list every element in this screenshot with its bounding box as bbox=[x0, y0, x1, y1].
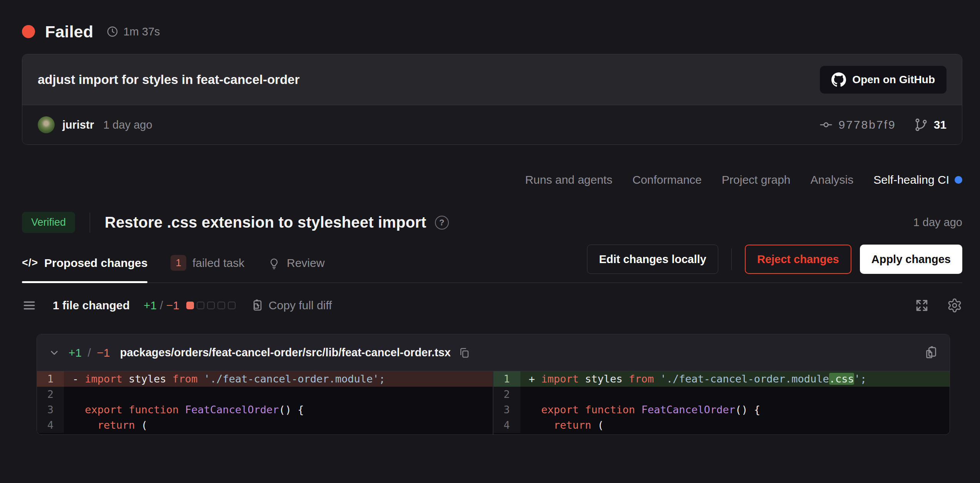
code-line bbox=[64, 387, 493, 402]
tabs: </> Proposed changes 1 failed task Revie… bbox=[22, 255, 324, 282]
notification-dot-icon bbox=[955, 176, 962, 184]
reject-changes-button[interactable]: Reject changes bbox=[745, 245, 851, 274]
failed-task-count-badge: 1 bbox=[171, 255, 186, 271]
diff-row: 2 bbox=[493, 387, 950, 402]
nav-item-self-healing-ci[interactable]: Self-healing CI bbox=[873, 173, 962, 186]
copy-full-diff-button[interactable]: Copy full diff bbox=[249, 299, 332, 312]
code-line: return ( bbox=[520, 418, 950, 433]
diff-split-view: 1- import styles from './feat-cancel-ord… bbox=[37, 371, 950, 434]
file-diff-card: +1 / −1 packages/orders/feat-cancel-orde… bbox=[37, 334, 950, 435]
line-number: 1 bbox=[493, 371, 520, 387]
commit-card-footer: juristr 1 day ago 9778b7f9 31 bbox=[22, 105, 962, 144]
section-nav: Runs and agentsConformanceProject graphA… bbox=[22, 173, 962, 186]
author-name: juristr bbox=[62, 119, 94, 131]
line-number: 2 bbox=[37, 387, 64, 402]
copy-file-diff-button[interactable] bbox=[923, 345, 938, 360]
fix-header: Verified Restore .css extension to style… bbox=[22, 212, 962, 233]
diff-block-empty bbox=[207, 302, 215, 309]
copy-icon bbox=[458, 347, 470, 359]
nav-item-conformance[interactable]: Conformance bbox=[632, 173, 702, 186]
diff-toolbar: 1 file changed +1 / −1 Copy full diff bbox=[22, 298, 962, 313]
open-on-github-label: Open on GitHub bbox=[852, 74, 935, 86]
tab-proposed-changes[interactable]: </> Proposed changes bbox=[22, 255, 147, 282]
code-line bbox=[520, 387, 950, 402]
fix-time-ago: 1 day ago bbox=[913, 216, 962, 229]
file-diff-header: +1 / −1 packages/orders/feat-cancel-orde… bbox=[37, 334, 950, 371]
file-tree-toggle-button[interactable] bbox=[22, 298, 37, 313]
nav-item-project-graph[interactable]: Project graph bbox=[722, 173, 790, 186]
additions-count: +1 bbox=[144, 299, 157, 312]
nav-item-runs-and-agents[interactable]: Runs and agents bbox=[525, 173, 612, 186]
diff-row: 3 export function FeatCancelOrder() { bbox=[493, 402, 950, 418]
tab-failed-task-label: failed task bbox=[192, 257, 244, 270]
help-icon[interactable]: ? bbox=[435, 216, 449, 230]
diff-block-empty bbox=[228, 302, 236, 309]
file-additions: +1 bbox=[69, 346, 82, 359]
lightbulb-icon bbox=[268, 257, 281, 270]
github-icon bbox=[831, 72, 846, 87]
chevron-down-icon bbox=[48, 347, 60, 359]
diff-block-empty bbox=[217, 302, 225, 309]
diff-block-indicators bbox=[186, 302, 236, 309]
diff-row: 2 bbox=[37, 387, 493, 402]
git-branch-icon bbox=[914, 117, 928, 132]
edit-changes-locally-button[interactable]: Edit changes locally bbox=[587, 245, 718, 274]
collapse-file-button[interactable] bbox=[48, 347, 60, 359]
copy-full-diff-label: Copy full diff bbox=[269, 299, 332, 312]
divider bbox=[731, 248, 732, 270]
code-line: return ( bbox=[64, 418, 493, 433]
run-status-row: Failed 1m 37s bbox=[22, 20, 962, 43]
pr-count: 31 bbox=[934, 118, 947, 131]
diff-pane-after: 1+ import styles from './feat-cancel-ord… bbox=[493, 371, 950, 434]
commit-time-ago: 1 day ago bbox=[103, 119, 152, 131]
copy-file-path-button[interactable] bbox=[458, 347, 470, 359]
files-changed-label: 1 file changed bbox=[53, 299, 130, 312]
expand-icon bbox=[915, 298, 929, 313]
commit-card: adjust import for styles in feat-cancel-… bbox=[22, 54, 962, 145]
diff-row: 1+ import styles from './feat-cancel-ord… bbox=[493, 371, 950, 387]
run-status-label: Failed bbox=[45, 22, 93, 41]
tab-proposed-changes-label: Proposed changes bbox=[44, 257, 147, 270]
line-number: 3 bbox=[493, 402, 520, 418]
divider bbox=[90, 213, 90, 233]
code-line: export function FeatCancelOrder() { bbox=[520, 402, 950, 418]
commit-title: adjust import for styles in feat-cancel-… bbox=[38, 72, 299, 87]
commit-card-header: adjust import for styles in feat-cancel-… bbox=[22, 54, 962, 105]
page: Failed 1m 37s adjust import for styles i… bbox=[0, 20, 980, 435]
line-number: 2 bbox=[493, 387, 520, 402]
code-line: + import styles from './feat-cancel-orde… bbox=[520, 371, 950, 387]
tab-review-label: Review bbox=[287, 257, 324, 270]
failed-status-dot-icon bbox=[22, 25, 35, 38]
pr-count-item[interactable]: 31 bbox=[914, 117, 947, 132]
file-diff-stats: +1 / −1 bbox=[69, 346, 110, 359]
file-deletions: −1 bbox=[97, 346, 110, 359]
gear-icon bbox=[947, 298, 962, 313]
fix-actions: Edit changes locally Reject changes Appl… bbox=[587, 245, 962, 282]
line-number: 3 bbox=[37, 402, 64, 418]
nav-item-analysis[interactable]: Analysis bbox=[811, 173, 854, 186]
diff-pane-before: 1- import styles from './feat-cancel-ord… bbox=[37, 371, 493, 434]
tabs-row: </> Proposed changes 1 failed task Revie… bbox=[22, 245, 962, 283]
clock-icon bbox=[106, 25, 119, 38]
file-stat-separator: / bbox=[88, 346, 91, 359]
apply-changes-button[interactable]: Apply changes bbox=[860, 245, 962, 274]
code-line: export function FeatCancelOrder() { bbox=[64, 402, 493, 418]
diff-row: 3 export function FeatCancelOrder() { bbox=[37, 402, 493, 418]
tab-review[interactable]: Review bbox=[268, 255, 324, 282]
commit-icon bbox=[819, 118, 833, 132]
diff-settings-button[interactable] bbox=[947, 298, 962, 313]
stat-separator: / bbox=[160, 299, 163, 312]
diff-block-deletion bbox=[186, 302, 194, 309]
commit-sha-item[interactable]: 9778b7f9 bbox=[819, 118, 896, 132]
commit-sha: 9778b7f9 bbox=[838, 118, 896, 131]
diff-row: 4 return ( bbox=[493, 418, 950, 433]
hamburger-icon bbox=[22, 298, 37, 313]
clipboard-icon bbox=[249, 299, 263, 312]
clipboard-file-icon bbox=[923, 345, 938, 360]
run-duration: 1m 37s bbox=[123, 25, 160, 38]
tab-failed-task[interactable]: 1 failed task bbox=[171, 255, 244, 282]
open-on-github-button[interactable]: Open on GitHub bbox=[820, 66, 947, 94]
diff-row: 1- import styles from './feat-cancel-ord… bbox=[37, 371, 493, 387]
expand-diff-button[interactable] bbox=[915, 298, 929, 313]
diff-block-empty bbox=[197, 302, 204, 309]
